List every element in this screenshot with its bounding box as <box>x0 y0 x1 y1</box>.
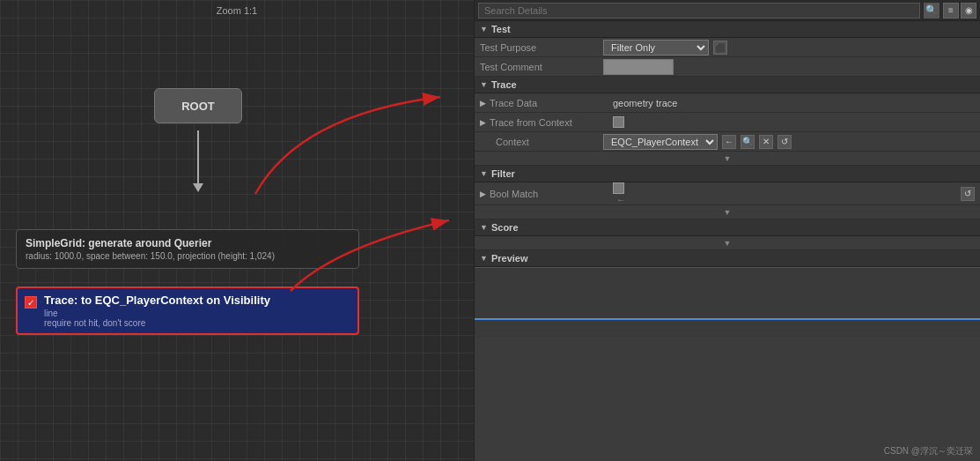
test-section-body: Test Purpose Filter Only Score Only Filt… <box>475 38 980 77</box>
trace-from-context-label: Trace from Context <box>490 115 613 130</box>
test-purpose-value: Filter Only Score Only Filter and Score … <box>603 40 975 56</box>
filter-expand-row[interactable]: ▼ <box>475 205 980 219</box>
context-row: Context EQC_PlayerContext ← 🔍 ✕ ↺ <box>475 132 980 152</box>
annotation-arrow-1 <box>247 44 474 203</box>
list-icon[interactable]: ≡ <box>943 3 959 19</box>
bool-match-row[interactable]: ▶ Bool Match ← ↺ <box>475 182 980 205</box>
info-box-title: SimpleGrid: generate around Querier <box>26 237 350 249</box>
root-node: ROOT <box>154 88 242 123</box>
search-input[interactable] <box>478 3 920 19</box>
trace-card-content: Trace: to EQC_PlayerContext on Visibilit… <box>44 294 350 328</box>
trace-from-context-value <box>613 116 975 128</box>
down-arrow <box>192 130 204 192</box>
bool-match-value: ← <box>613 182 961 204</box>
right-panel: 🔍 ≡ ◉ ▼ Test Test Purpose Filter Only Sc… <box>474 0 980 461</box>
search-bar: 🔍 ≡ ◉ <box>475 0 980 21</box>
bool-match-label: Bool Match <box>490 186 613 202</box>
context-back-icon[interactable]: ← <box>722 135 736 149</box>
context-reset-icon[interactable]: ↺ <box>777 135 792 149</box>
trace-data-row[interactable]: ▶ Trace Data geometry trace <box>475 93 980 113</box>
search-button[interactable]: 🔍 <box>924 3 939 19</box>
preview-section-title: Preview <box>491 253 528 264</box>
preview-area <box>475 267 980 338</box>
test-purpose-select[interactable]: Filter Only Score Only Filter and Score <box>603 40 709 56</box>
preview-triangle: ▼ <box>480 254 488 263</box>
context-select[interactable]: EQC_PlayerContext <box>603 134 718 150</box>
trace-section-title: Trace <box>491 79 517 90</box>
test-comment-label: Test Comment <box>480 59 603 75</box>
test-purpose-row: Test Purpose Filter Only Score Only Filt… <box>475 38 980 57</box>
test-purpose-label: Test Purpose <box>480 40 603 56</box>
trace-data-triangle: ▶ <box>480 99 486 108</box>
trace-expand-row[interactable]: ▼ <box>475 152 980 166</box>
score-expand-row[interactable]: ▼ <box>475 236 980 250</box>
filter-triangle: ▼ <box>480 169 488 178</box>
bool-match-triangle: ▶ <box>480 190 486 198</box>
trace-card-checkbox[interactable]: ✓ <box>25 296 37 309</box>
test-purpose-link-icon[interactable]: ⬛ <box>713 41 727 55</box>
score-section-title: Score <box>491 222 519 233</box>
bool-match-reset-icon[interactable]: ↺ <box>961 187 975 201</box>
filter-section-title: Filter <box>491 168 515 179</box>
trace-card-title: Trace: to EQC_PlayerContext on Visibilit… <box>44 294 350 307</box>
filter-section-body: ▶ Bool Match ← ↺ ▼ <box>475 182 980 219</box>
test-comment-value <box>603 59 975 75</box>
zoom-label: Zoom 1:1 <box>217 5 257 16</box>
trace-data-value: geometry trace <box>613 98 975 108</box>
trace-from-context-row[interactable]: ▶ Trace from Context <box>475 113 980 132</box>
score-section-header[interactable]: ▼ Score <box>475 219 980 236</box>
graph-area[interactable]: Zoom 1:1 ROOT SimpleGrid: generate aroun… <box>0 0 474 461</box>
eye-icon[interactable]: ◉ <box>961 3 976 19</box>
score-triangle: ▼ <box>480 223 488 232</box>
context-clear-icon[interactable]: ✕ <box>759 135 773 149</box>
filter-section-header[interactable]: ▼ Filter <box>475 166 980 182</box>
context-select-container: EQC_PlayerContext ← 🔍 ✕ ↺ <box>603 134 975 150</box>
trace-section-body: ▶ Trace Data geometry trace ▶ Trace from… <box>475 93 980 166</box>
trace-card[interactable]: ✓ Trace: to EQC_PlayerContext on Visibil… <box>16 286 359 335</box>
context-search-icon[interactable]: 🔍 <box>741 135 755 149</box>
score-section-body: ▼ <box>475 236 980 250</box>
details-content: ▼ Test Test Purpose Filter Only Score On… <box>475 21 980 461</box>
toolbar-icons: ≡ ◉ <box>943 3 976 19</box>
trace-from-context-checkbox[interactable] <box>613 116 624 128</box>
test-comment-row: Test Comment <box>475 57 980 77</box>
context-label: Context <box>480 134 603 150</box>
context-value: EQC_PlayerContext ← 🔍 ✕ ↺ <box>603 134 975 150</box>
trace-context-triangle: ▶ <box>480 118 486 127</box>
trace-data-label: Trace Data <box>490 95 613 111</box>
test-section-header[interactable]: ▼ Test <box>475 21 980 38</box>
trace-section-header[interactable]: ▼ Trace <box>475 77 980 93</box>
trace-triangle: ▼ <box>480 80 488 89</box>
info-box: SimpleGrid: generate around Querier radi… <box>16 229 359 269</box>
trace-card-line1: line <box>44 309 350 318</box>
bool-match-checkbox[interactable] <box>613 182 624 194</box>
watermark: CSDN @浮沉～奕迁琛 <box>884 445 973 457</box>
test-triangle: ▼ <box>480 25 488 33</box>
info-box-subtitle: radius: 1000.0, space between: 150.0, pr… <box>26 251 350 261</box>
preview-line <box>475 318 980 320</box>
test-comment-input[interactable] <box>603 59 674 75</box>
trace-card-line2: require not hit, don't score <box>44 318 350 328</box>
preview-section-header[interactable]: ▼ Preview <box>475 250 980 267</box>
test-section-title: Test <box>491 24 511 34</box>
